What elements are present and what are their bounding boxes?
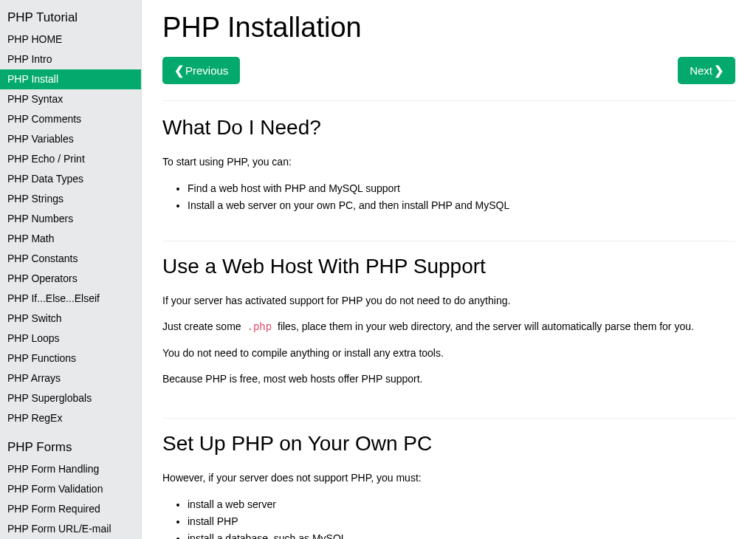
web-host-p4: Because PHP is free, most web hosts offe…	[162, 371, 735, 387]
list-item: Find a web host with PHP and MySQL suppo…	[188, 180, 735, 197]
sidebar-item[interactable]: PHP Constants	[0, 249, 141, 269]
sidebar-heading: PHP Forms	[0, 436, 141, 459]
section-intro: To start using PHP, you can:	[162, 154, 735, 170]
sidebar-item[interactable]: PHP Switch	[0, 309, 141, 329]
sidebar-item[interactable]: PHP Comments	[0, 109, 141, 129]
section-heading: What Do I Need?	[162, 116, 735, 140]
sidebar: PHP TutorialPHP HOMEPHP IntroPHP Install…	[0, 0, 142, 539]
main-content: PHP Installation ❮ Previous Next ❯ What …	[142, 0, 756, 539]
sidebar-item[interactable]: PHP RegEx	[0, 408, 141, 428]
section-heading: Use a Web Host With PHP Support	[162, 255, 735, 278]
list-item: Install a web server on your own PC, and…	[188, 197, 735, 214]
sidebar-item[interactable]: PHP Strings	[0, 189, 141, 209]
sidebar-item[interactable]: PHP Variables	[0, 129, 141, 149]
web-host-p2: Just create some .php files, place them …	[162, 319, 735, 335]
previous-label: Previous	[185, 64, 228, 77]
sidebar-item[interactable]: PHP Install	[0, 69, 141, 89]
previous-button[interactable]: ❮ Previous	[162, 57, 240, 84]
sidebar-item[interactable]: PHP HOME	[0, 30, 141, 49]
sidebar-item[interactable]: PHP Intro	[0, 49, 141, 69]
sidebar-item[interactable]: PHP Numbers	[0, 209, 141, 229]
web-host-p3: You do not need to compile anything or i…	[162, 346, 735, 361]
sidebar-item[interactable]: PHP Data Types	[0, 169, 141, 189]
own-pc-intro: However, if your server does not support…	[162, 470, 735, 486]
sidebar-item[interactable]: PHP Math	[0, 229, 141, 249]
sidebar-item[interactable]: PHP Echo / Print	[0, 149, 141, 169]
next-label: Next	[690, 64, 712, 77]
nav-buttons: ❮ Previous Next ❯	[162, 57, 735, 101]
section-what-do-i-need: What Do I Need? To start using PHP, you …	[162, 116, 735, 241]
code-php-ext: .php	[244, 320, 275, 334]
sidebar-item[interactable]: PHP Form URL/E-mail	[0, 519, 141, 539]
web-host-p1: If your server has activated support for…	[162, 293, 735, 309]
sidebar-item[interactable]: PHP Superglobals	[0, 388, 141, 408]
sidebar-item[interactable]: PHP Operators	[0, 269, 141, 289]
list-item: install PHP	[188, 513, 735, 530]
sidebar-item[interactable]: PHP Loops	[0, 329, 141, 349]
own-pc-list: install a web serverinstall PHPinstall a…	[188, 496, 735, 539]
chevron-right-icon: ❯	[714, 63, 724, 78]
list-item: install a database, such as MySQL	[188, 530, 735, 539]
chevron-left-icon: ❮	[174, 63, 184, 78]
sidebar-item[interactable]: PHP Form Validation	[0, 479, 141, 499]
sidebar-item[interactable]: PHP Form Handling	[0, 459, 141, 479]
sidebar-item[interactable]: PHP Arrays	[0, 368, 141, 388]
next-button[interactable]: Next ❯	[678, 57, 735, 84]
sidebar-heading: PHP Tutorial	[0, 6, 141, 30]
section-web-host: Use a Web Host With PHP Support If your …	[162, 255, 735, 419]
sidebar-item[interactable]: PHP Form Required	[0, 499, 141, 519]
sidebar-item[interactable]: PHP Syntax	[0, 89, 141, 109]
need-list: Find a web host with PHP and MySQL suppo…	[188, 180, 735, 214]
sidebar-item[interactable]: PHP If...Else...Elseif	[0, 289, 141, 309]
page-title: PHP Installation	[162, 12, 735, 44]
section-heading: Set Up PHP on Your Own PC	[162, 432, 735, 456]
section-own-pc: Set Up PHP on Your Own PC However, if yo…	[162, 432, 735, 539]
list-item: install a web server	[188, 496, 735, 513]
sidebar-item[interactable]: PHP Functions	[0, 349, 141, 368]
